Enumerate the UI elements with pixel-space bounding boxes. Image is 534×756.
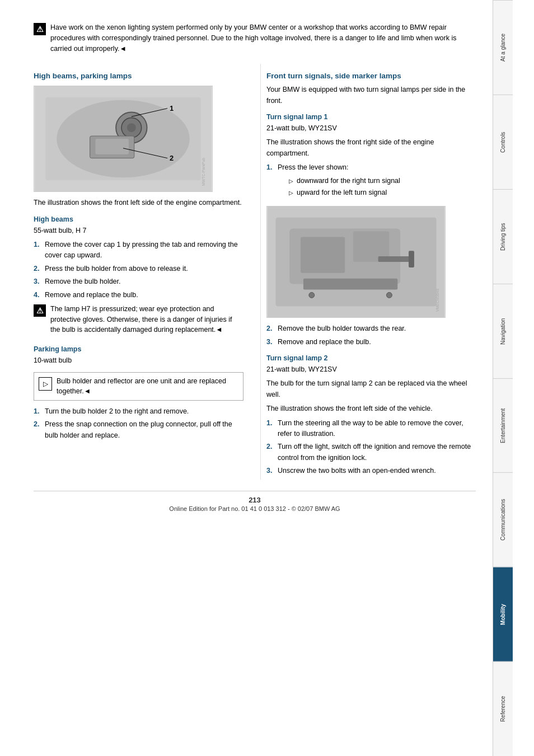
engine-compartment-image-right: VMECM3648 [266,206,446,318]
svg-rect-16 [301,237,345,273]
svg-text:1: 1 [170,104,174,112]
bullet-left-signal: upward for the left turn signal [289,187,400,198]
heading-high-beams-parking: High beams, parking lamps [34,72,243,80]
svg-rect-20 [303,279,397,290]
svg-rect-18 [378,256,411,262]
parking-lamps-steps: 1. Turn the bulb holder 2 to the right a… [34,406,243,441]
warning-icon-2: ⚠ [34,304,46,317]
sidebar-tab-reference[interactable]: Reference [493,661,513,756]
list-item: 4. Remove and replace the bulb. [34,290,243,300]
turn-signal-1-steps: 1. Press the lever shown: downward for t… [266,162,476,200]
bullet-right-signal: downward for the right turn signal [289,176,400,186]
list-item: 2. Remove the bulb holder towards the re… [266,323,476,334]
list-item: 1. Remove the cover cap 1 by pressing th… [34,240,243,261]
parking-lamps-info-box: ▷ Bulb holder and reflector are one unit… [34,372,243,401]
left-image-caption: The illustration shows the front left si… [34,198,243,208]
warning-text-xenon: Have work on the xenon lighting system p… [50,22,476,54]
list-item: 1. Turn the bulb holder 2 to the right a… [34,406,243,417]
front-signals-intro: Your BMW is equipped with two turn signa… [266,84,476,106]
sidebar-tab-entertainment[interactable]: Entertainment [493,378,513,473]
warning-text-h7: The lamp H7 is pressurized; wear eye pro… [50,304,243,335]
svg-rect-19 [409,251,414,267]
sidebar-tab-navigation[interactable]: Navigation [493,284,513,378]
svg-text:MWTC-ParkPub: MWTC-ParkPub [202,158,205,186]
sidebar-tab-mobility[interactable]: Mobility [493,567,513,661]
heading-front-turn-signals: Front turn signals, side marker lamps [266,72,476,80]
sidebar-tab-driving-tips[interactable]: Driving tips [493,189,513,284]
right-column: Front turn signals, side marker lamps Yo… [260,64,476,480]
heading-turn-signal-lamp1: Turn signal lamp 1 [266,113,476,121]
step1-text: Press the lever shown: [278,162,400,173]
list-item: 2. Press the snap connection on the plug… [34,419,243,441]
turn-signal-2-para1: The bulb for the turn signal lamp 2 can … [266,378,476,400]
list-item: 1. Press the lever shown: downward for t… [266,162,476,200]
heading-high-beams: High beams [34,215,243,223]
warning-box-h7: ⚠ The lamp H7 is pressurized; wear eye p… [34,304,243,335]
heading-turn-signal-lamp2: Turn signal lamp 2 [266,354,476,362]
lever-direction-list: downward for the right turn signal upwar… [289,176,400,199]
sidebar-tab-communications[interactable]: Communications [493,472,513,567]
list-item: 2. Press the bulb holder from above to r… [34,264,243,274]
heading-parking-lamps: Parking lamps [34,345,243,353]
list-item: 2. Turn off the light, switch off the ig… [266,442,476,463]
svg-text:2: 2 [170,154,174,162]
sidebar-tab-at-a-glance[interactable]: At a glance [493,0,513,95]
list-item: 3. Unscrew the two bolts with an open-en… [266,466,476,476]
warning-icon-1: ⚠ [34,23,46,35]
svg-point-5 [127,124,136,133]
info-arrow-icon: ▷ [39,377,52,391]
left-column: High beams, parking lamps [34,64,249,480]
page-number: 213 [34,496,476,504]
turn-signal-1-steps-continued: 2. Remove the bulb holder towards the re… [266,323,476,348]
main-content: ⚠ Have work on the xenon lighting system… [0,0,493,756]
footer-text: Online Edition for Part no. 01 41 0 013 … [34,505,476,512]
turn-signal-2-steps: 1. Turn the steering all the way to be a… [266,418,476,477]
svg-text:VMECM3648: VMECM3648 [436,289,440,312]
svg-rect-7 [96,139,129,154]
engine-compartment-image-left: 1 2 MWTC-ParkPub [34,86,213,192]
list-item: 3. Remove the bulb holder. [34,276,243,287]
high-beams-steps: 1. Remove the cover cap 1 by pressing th… [34,240,243,300]
turn-signal-2-para2: The illustration shows the front left si… [266,403,476,414]
parking-lamps-info-text: Bulb holder and reflector are one unit a… [57,376,238,397]
sidebar: At a glance Controls Driving tips Naviga… [493,0,513,756]
svg-point-21 [309,293,315,298]
high-beams-bulb-spec: 55-watt bulb, H 7 [34,226,243,236]
svg-point-22 [386,293,392,298]
parking-lamps-bulb-spec: 10-watt bulb [34,355,243,366]
page-footer: 213 Online Edition for Part no. 01 41 0 … [34,491,476,512]
list-item: 3. Remove and replace the bulb. [266,337,476,348]
warning-box-xenon: ⚠ Have work on the xenon lighting system… [34,22,476,54]
turn-signal-1-bulb-spec: 21-watt bulb, WY21SV [266,123,476,134]
turn-signal-2-bulb-spec: 21-watt bulb, WY21SV [266,364,476,375]
list-item: 1. Turn the steering all the way to be a… [266,418,476,440]
turn-signal-1-caption: The illustration shows the front right s… [266,137,476,159]
sidebar-tab-controls[interactable]: Controls [493,95,513,189]
